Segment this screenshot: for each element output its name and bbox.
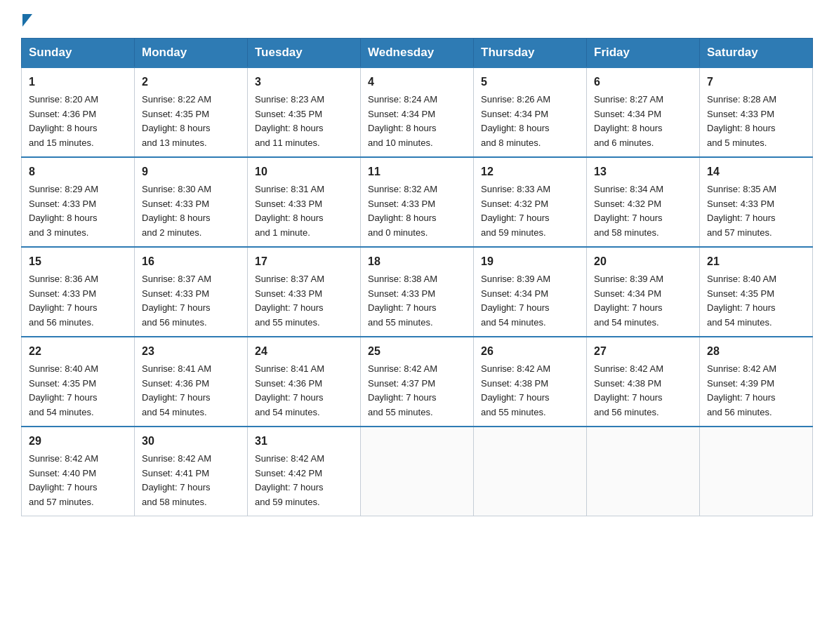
day-number: 23 — [142, 343, 240, 361]
day-number: 25 — [368, 343, 466, 361]
calendar-day-cell: 26Sunrise: 8:42 AM Sunset: 4:38 PM Dayli… — [474, 337, 587, 427]
calendar-day-cell — [700, 427, 813, 516]
day-info: Sunrise: 8:42 AM Sunset: 4:41 PM Dayligh… — [142, 452, 240, 510]
calendar-week-row: 29Sunrise: 8:42 AM Sunset: 4:40 PM Dayli… — [22, 427, 813, 516]
day-number: 3 — [255, 74, 353, 91]
day-info: Sunrise: 8:27 AM Sunset: 4:34 PM Dayligh… — [594, 93, 692, 151]
day-number: 13 — [594, 163, 692, 181]
day-info: Sunrise: 8:26 AM Sunset: 4:34 PM Dayligh… — [481, 93, 579, 151]
day-number: 31 — [255, 433, 353, 450]
weekday-header-sunday: Sunday — [22, 39, 135, 68]
calendar-day-cell — [361, 427, 474, 516]
calendar-week-row: 1Sunrise: 8:20 AM Sunset: 4:36 PM Daylig… — [22, 67, 813, 157]
day-info: Sunrise: 8:36 AM Sunset: 4:33 PM Dayligh… — [29, 272, 127, 330]
day-info: Sunrise: 8:42 AM Sunset: 4:40 PM Dayligh… — [29, 452, 127, 510]
weekday-header-row: SundayMondayTuesdayWednesdayThursdayFrid… — [22, 39, 813, 68]
day-number: 14 — [707, 163, 805, 181]
day-info: Sunrise: 8:41 AM Sunset: 4:36 PM Dayligh… — [255, 362, 353, 420]
calendar-day-cell: 25Sunrise: 8:42 AM Sunset: 4:37 PM Dayli… — [361, 337, 474, 427]
day-info: Sunrise: 8:42 AM Sunset: 4:38 PM Dayligh… — [481, 362, 579, 420]
day-number: 17 — [255, 253, 353, 271]
calendar-week-row: 8Sunrise: 8:29 AM Sunset: 4:33 PM Daylig… — [22, 157, 813, 247]
day-info: Sunrise: 8:30 AM Sunset: 4:33 PM Dayligh… — [142, 182, 240, 241]
day-info: Sunrise: 8:40 AM Sunset: 4:35 PM Dayligh… — [29, 362, 127, 420]
day-info: Sunrise: 8:42 AM Sunset: 4:38 PM Dayligh… — [594, 362, 692, 420]
calendar-day-cell: 22Sunrise: 8:40 AM Sunset: 4:35 PM Dayli… — [22, 337, 135, 427]
calendar-day-cell: 12Sunrise: 8:33 AM Sunset: 4:32 PM Dayli… — [474, 157, 587, 247]
calendar-day-cell: 13Sunrise: 8:34 AM Sunset: 4:32 PM Dayli… — [587, 157, 700, 247]
weekday-header-wednesday: Wednesday — [361, 39, 474, 68]
calendar-day-cell: 19Sunrise: 8:39 AM Sunset: 4:34 PM Dayli… — [474, 247, 587, 337]
page-header — [21, 14, 813, 25]
calendar-day-cell: 29Sunrise: 8:42 AM Sunset: 4:40 PM Dayli… — [22, 427, 135, 516]
calendar-day-cell: 10Sunrise: 8:31 AM Sunset: 4:33 PM Dayli… — [248, 157, 361, 247]
weekday-header-monday: Monday — [135, 39, 248, 68]
day-number: 15 — [29, 253, 127, 271]
day-number: 27 — [594, 343, 692, 361]
day-number: 9 — [142, 163, 240, 181]
day-info: Sunrise: 8:31 AM Sunset: 4:33 PM Dayligh… — [255, 182, 353, 241]
day-number: 20 — [594, 253, 692, 271]
calendar-table: SundayMondayTuesdayWednesdayThursdayFrid… — [21, 38, 813, 516]
day-number: 1 — [29, 74, 127, 91]
day-info: Sunrise: 8:37 AM Sunset: 4:33 PM Dayligh… — [142, 272, 240, 330]
weekday-header-saturday: Saturday — [700, 39, 813, 68]
day-number: 30 — [142, 433, 240, 450]
calendar-day-cell: 18Sunrise: 8:38 AM Sunset: 4:33 PM Dayli… — [361, 247, 474, 337]
weekday-header-thursday: Thursday — [474, 39, 587, 68]
day-number: 12 — [481, 163, 579, 181]
day-info: Sunrise: 8:28 AM Sunset: 4:33 PM Dayligh… — [707, 93, 805, 151]
day-number: 10 — [255, 163, 353, 181]
weekday-header-friday: Friday — [587, 39, 700, 68]
day-info: Sunrise: 8:42 AM Sunset: 4:42 PM Dayligh… — [255, 452, 353, 510]
calendar-day-cell: 23Sunrise: 8:41 AM Sunset: 4:36 PM Dayli… — [135, 337, 248, 427]
calendar-day-cell: 28Sunrise: 8:42 AM Sunset: 4:39 PM Dayli… — [700, 337, 813, 427]
day-info: Sunrise: 8:38 AM Sunset: 4:33 PM Dayligh… — [368, 272, 466, 330]
day-info: Sunrise: 8:23 AM Sunset: 4:35 PM Dayligh… — [255, 93, 353, 151]
day-info: Sunrise: 8:34 AM Sunset: 4:32 PM Dayligh… — [594, 182, 692, 241]
calendar-day-cell: 27Sunrise: 8:42 AM Sunset: 4:38 PM Dayli… — [587, 337, 700, 427]
calendar-day-cell: 4Sunrise: 8:24 AM Sunset: 4:34 PM Daylig… — [361, 67, 474, 157]
calendar-day-cell: 3Sunrise: 8:23 AM Sunset: 4:35 PM Daylig… — [248, 67, 361, 157]
day-number: 16 — [142, 253, 240, 271]
day-info: Sunrise: 8:40 AM Sunset: 4:35 PM Dayligh… — [707, 272, 805, 330]
day-info: Sunrise: 8:42 AM Sunset: 4:37 PM Dayligh… — [368, 362, 466, 420]
day-number: 22 — [29, 343, 127, 361]
calendar-day-cell — [474, 427, 587, 516]
calendar-day-cell: 5Sunrise: 8:26 AM Sunset: 4:34 PM Daylig… — [474, 67, 587, 157]
day-info: Sunrise: 8:41 AM Sunset: 4:36 PM Dayligh… — [142, 362, 240, 420]
calendar-day-cell: 9Sunrise: 8:30 AM Sunset: 4:33 PM Daylig… — [135, 157, 248, 247]
day-number: 21 — [707, 253, 805, 271]
calendar-day-cell: 8Sunrise: 8:29 AM Sunset: 4:33 PM Daylig… — [22, 157, 135, 247]
calendar-day-cell: 15Sunrise: 8:36 AM Sunset: 4:33 PM Dayli… — [22, 247, 135, 337]
calendar-day-cell: 24Sunrise: 8:41 AM Sunset: 4:36 PM Dayli… — [248, 337, 361, 427]
day-number: 8 — [29, 163, 127, 181]
day-info: Sunrise: 8:37 AM Sunset: 4:33 PM Dayligh… — [255, 272, 353, 330]
day-number: 4 — [368, 74, 466, 91]
day-info: Sunrise: 8:39 AM Sunset: 4:34 PM Dayligh… — [594, 272, 692, 330]
calendar-day-cell: 1Sunrise: 8:20 AM Sunset: 4:36 PM Daylig… — [22, 67, 135, 157]
calendar-day-cell: 6Sunrise: 8:27 AM Sunset: 4:34 PM Daylig… — [587, 67, 700, 157]
calendar-day-cell: 20Sunrise: 8:39 AM Sunset: 4:34 PM Dayli… — [587, 247, 700, 337]
calendar-day-cell: 30Sunrise: 8:42 AM Sunset: 4:41 PM Dayli… — [135, 427, 248, 516]
day-info: Sunrise: 8:35 AM Sunset: 4:33 PM Dayligh… — [707, 182, 805, 241]
day-info: Sunrise: 8:33 AM Sunset: 4:32 PM Dayligh… — [481, 182, 579, 241]
day-info: Sunrise: 8:24 AM Sunset: 4:34 PM Dayligh… — [368, 93, 466, 151]
day-number: 29 — [29, 433, 127, 450]
day-number: 19 — [481, 253, 579, 271]
day-number: 5 — [481, 74, 579, 91]
calendar-day-cell: 31Sunrise: 8:42 AM Sunset: 4:42 PM Dayli… — [248, 427, 361, 516]
logo-arrow-icon — [22, 14, 32, 27]
day-number: 18 — [368, 253, 466, 271]
calendar-day-cell: 11Sunrise: 8:32 AM Sunset: 4:33 PM Dayli… — [361, 157, 474, 247]
calendar-week-row: 15Sunrise: 8:36 AM Sunset: 4:33 PM Dayli… — [22, 247, 813, 337]
day-number: 2 — [142, 74, 240, 91]
day-info: Sunrise: 8:39 AM Sunset: 4:34 PM Dayligh… — [481, 272, 579, 330]
day-info: Sunrise: 8:42 AM Sunset: 4:39 PM Dayligh… — [707, 362, 805, 420]
day-number: 7 — [707, 74, 805, 91]
calendar-day-cell: 7Sunrise: 8:28 AM Sunset: 4:33 PM Daylig… — [700, 67, 813, 157]
day-info: Sunrise: 8:32 AM Sunset: 4:33 PM Dayligh… — [368, 182, 466, 241]
day-info: Sunrise: 8:20 AM Sunset: 4:36 PM Dayligh… — [29, 93, 127, 151]
calendar-day-cell: 21Sunrise: 8:40 AM Sunset: 4:35 PM Dayli… — [700, 247, 813, 337]
calendar-day-cell — [587, 427, 700, 516]
